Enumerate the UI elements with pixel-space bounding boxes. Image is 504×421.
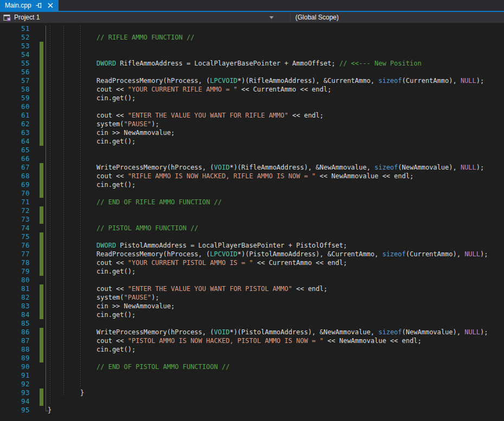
code-line[interactable]: 64cin.get(); xyxy=(0,137,504,146)
code-line[interactable]: 95} xyxy=(0,406,504,414)
line-number[interactable]: 57 xyxy=(0,76,31,85)
code-line[interactable]: 67WriteProcessMemory(hProcess, (VOID*)(R… xyxy=(0,163,504,172)
line-number[interactable]: 75 xyxy=(0,232,31,241)
line-number[interactable]: 67 xyxy=(0,163,31,172)
line-number[interactable]: 95 xyxy=(0,406,31,414)
change-bar-column xyxy=(31,128,46,137)
line-number[interactable]: 82 xyxy=(0,293,31,302)
code-line[interactable]: 61cout << "ENTER THE VALUE YOU WANT FOR … xyxy=(0,111,504,120)
code-line[interactable]: 79cin.get(); xyxy=(0,267,504,276)
line-number[interactable]: 86 xyxy=(0,328,31,336)
line-number[interactable]: 90 xyxy=(0,362,31,371)
line-number[interactable]: 88 xyxy=(0,345,31,354)
change-bar xyxy=(40,50,43,59)
line-number[interactable]: 71 xyxy=(0,198,31,206)
code-line[interactable]: 68cout << "RIFLE AMMO IS NOW HACKED, RIF… xyxy=(0,172,504,180)
line-number[interactable]: 51 xyxy=(0,24,31,33)
line-number[interactable]: 91 xyxy=(0,371,31,380)
line-number[interactable]: 92 xyxy=(0,380,31,388)
line-number[interactable]: 66 xyxy=(0,154,31,163)
pin-icon[interactable] xyxy=(35,2,43,9)
code-line[interactable]: 86WriteProcessMemory(hProcess, (VOID*)(P… xyxy=(0,328,504,336)
line-number[interactable]: 78 xyxy=(0,258,31,267)
line-number[interactable]: 70 xyxy=(0,189,31,198)
code-line[interactable]: 80 xyxy=(0,276,504,284)
code-line[interactable]: 92 xyxy=(0,380,504,388)
line-number[interactable]: 84 xyxy=(0,310,31,319)
code-line[interactable]: 69cin.get(); xyxy=(0,180,504,189)
chevron-down-icon[interactable] xyxy=(269,16,274,19)
code-line[interactable]: 84cin.get(); xyxy=(0,310,504,319)
code-line[interactable]: 56 xyxy=(0,68,504,76)
code-line[interactable]: 72 xyxy=(0,206,504,215)
code-line[interactable]: 90// END OF PISTOL AMMO FUNCTIOON // xyxy=(0,362,504,371)
code-line[interactable]: 82system("PAUSE"); xyxy=(0,293,504,302)
code-line[interactable]: 62system("PAUSE"); xyxy=(0,120,504,128)
code-line[interactable]: 66 xyxy=(0,154,504,163)
code-line[interactable]: 88cin.get(); xyxy=(0,345,504,354)
line-number[interactable]: 54 xyxy=(0,50,31,59)
code-line[interactable]: 73 xyxy=(0,215,504,224)
line-number[interactable]: 59 xyxy=(0,94,31,102)
code-line[interactable]: 77ReadProcessMemory(hProcess, (LPCVOID*)… xyxy=(0,250,504,258)
code-line[interactable]: 54 xyxy=(0,50,504,59)
code-line[interactable]: 55DWORD RifleAmmoAddress = LocalPlayerBa… xyxy=(0,59,504,68)
code-line[interactable]: 83cin >> NewAmmovalue; xyxy=(0,302,504,310)
line-number[interactable]: 60 xyxy=(0,102,31,111)
code-line[interactable]: 70 xyxy=(0,189,504,198)
code-line[interactable]: 81cout << "ENTER THE VALUE YOU WANT FOR … xyxy=(0,284,504,293)
line-number[interactable]: 69 xyxy=(0,180,31,189)
code-editor[interactable]: 5152// RIFLE AMMO FUNCTION //535455DWORD… xyxy=(0,23,504,420)
line-number[interactable]: 80 xyxy=(0,276,31,284)
line-number[interactable]: 89 xyxy=(0,354,31,362)
code-line[interactable]: 52// RIFLE AMMO FUNCTION // xyxy=(0,33,504,42)
code-line[interactable]: 91 xyxy=(0,371,504,380)
line-number[interactable]: 94 xyxy=(0,397,31,406)
code-line[interactable]: 71// END OF RIFLE AMMO FUNCTION // xyxy=(0,198,504,206)
tab-main-cpp[interactable]: Main.cpp xyxy=(0,0,59,11)
line-number[interactable]: 68 xyxy=(0,172,31,180)
line-number[interactable]: 93 xyxy=(0,388,31,397)
code-line[interactable]: 65 xyxy=(0,146,504,154)
line-number[interactable]: 64 xyxy=(0,137,31,146)
code-line[interactable]: 51 xyxy=(0,24,504,33)
code-line[interactable]: 59cin.get(); xyxy=(0,94,504,102)
line-number[interactable]: 52 xyxy=(0,33,31,42)
code-line[interactable]: 78cout << "YOUR CURRENT PISTOL AMMO IS =… xyxy=(0,258,504,267)
code-line[interactable]: 87cout << "PISTOL AMMO IS NOW HACKED, PI… xyxy=(0,336,504,345)
line-number[interactable]: 55 xyxy=(0,59,31,68)
line-number[interactable]: 56 xyxy=(0,68,31,76)
project-scope-dropdown[interactable]: Project 1 xyxy=(0,12,290,23)
code-line[interactable]: 93} xyxy=(0,388,504,397)
line-number[interactable]: 58 xyxy=(0,85,31,94)
line-number[interactable]: 73 xyxy=(0,215,31,224)
scope-dropdown[interactable]: (Global Scope) xyxy=(290,12,339,23)
line-number[interactable]: 87 xyxy=(0,336,31,345)
line-number[interactable]: 83 xyxy=(0,302,31,310)
code-line[interactable]: 76DWORD PistolAmmoAddress = LocalPlayerB… xyxy=(0,241,504,250)
close-icon[interactable] xyxy=(47,2,54,9)
line-number[interactable]: 61 xyxy=(0,111,31,120)
code-line[interactable]: 74// PISTOL AMMO FUNCTION // xyxy=(0,224,504,232)
line-number[interactable]: 76 xyxy=(0,241,31,250)
line-number[interactable]: 77 xyxy=(0,250,31,258)
line-number[interactable]: 63 xyxy=(0,128,31,137)
code-line[interactable]: 57ReadProcessMemory(hProcess, (LPCVOID*)… xyxy=(0,76,504,85)
code-line[interactable]: 58cout << "YOUR CURRENT RIFLE AMMO = " <… xyxy=(0,85,504,94)
line-number[interactable]: 53 xyxy=(0,42,31,50)
code-line[interactable]: 53 xyxy=(0,42,504,50)
code-line[interactable]: 75 xyxy=(0,232,504,241)
code-line[interactable]: 60 xyxy=(0,102,504,111)
code-line[interactable]: 63cin >> NewAmmovalue; xyxy=(0,128,504,137)
line-number[interactable]: 74 xyxy=(0,224,31,232)
line-number[interactable]: 81 xyxy=(0,284,31,293)
code-line[interactable]: 94 xyxy=(0,397,504,406)
code-line[interactable]: 89 xyxy=(0,354,504,362)
line-number[interactable]: 65 xyxy=(0,146,31,154)
code-line[interactable]: 85 xyxy=(0,319,504,328)
indent-guide xyxy=(50,25,50,405)
line-number[interactable]: 79 xyxy=(0,267,31,276)
line-number[interactable]: 72 xyxy=(0,206,31,215)
line-number[interactable]: 85 xyxy=(0,319,31,328)
line-number[interactable]: 62 xyxy=(0,120,31,128)
